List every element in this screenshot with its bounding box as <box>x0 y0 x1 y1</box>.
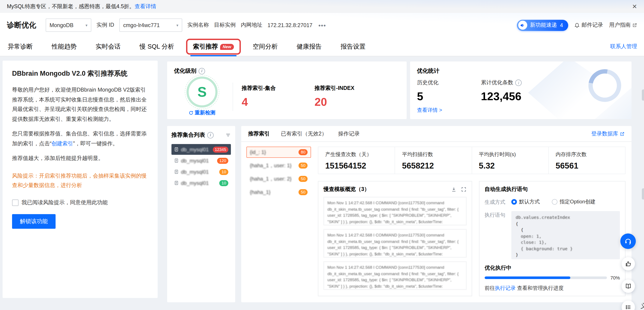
metric-label: 推荐索引-INDEX <box>314 85 354 92</box>
book-icon <box>625 283 632 289</box>
index-item[interactable]: {haha_1，user: 2} 50 <box>246 173 311 184</box>
index-detail-card: 推荐索引 已有索引（无效2） 操作记录 登录数据库 {id_: 1} 80 {h… <box>241 126 632 302</box>
new-features-count: 4 <box>560 22 563 28</box>
code-line: open: 1, <box>516 233 616 239</box>
download-icon[interactable] <box>451 187 456 192</box>
tab-index-recommendation[interactable]: 索引推荐 New <box>184 37 243 56</box>
metric-label: 内存排序次数 <box>556 151 625 158</box>
agree-checkbox[interactable] <box>12 199 18 206</box>
collection-list-card: 推荐集合列表 i db_mysql01 12345 db_mysql01 120 <box>167 126 235 302</box>
promo-detail-link[interactable]: 查看详情 <box>134 3 156 10</box>
db-type-select[interactable]: MongoDB ▾ <box>46 18 91 32</box>
edge-scroll-handle[interactable] <box>642 188 644 199</box>
document-icon <box>174 147 179 152</box>
intro-title: DBbrain Mongodb V2.0 索引推荐系统 <box>12 69 148 78</box>
more-icon[interactable]: ••• <box>318 22 326 29</box>
metric-value: 5658212 <box>402 161 472 171</box>
index-item[interactable]: {id_: 1} 80 <box>246 147 311 158</box>
intro-paragraph-2: 您只需要根据推荐值、集合信息、索引信息，选择需要添加的索引，点击“创建索引”，即… <box>12 129 148 148</box>
tab-label: 索引推荐 <box>193 43 218 51</box>
index-item[interactable]: {haha_1} 50 <box>246 187 311 198</box>
tab-report-settings[interactable]: 报告设置 <box>331 37 375 56</box>
tab-slow-sql[interactable]: 慢 SQL 分析 <box>130 37 184 56</box>
collection-name: db_mysql01 <box>181 147 209 153</box>
tab-label: 健康报告 <box>296 43 322 51</box>
code-line: db.values.createIndex <box>516 215 616 221</box>
edge-scroll-handle[interactable] <box>642 89 644 101</box>
metric-value: 20 <box>314 95 354 109</box>
metric-value: 56561 <box>556 161 625 171</box>
radio-default-method[interactable]: 默认方式 <box>511 198 540 205</box>
metrics-row: 产生慢查次数（天） 151564152 平均扫描行数 5658212 平均执行时… <box>318 147 626 174</box>
tab-space-analysis[interactable]: 空间分析 <box>243 37 287 56</box>
user-guide-button[interactable]: 用户指南 <box>609 21 637 29</box>
document-icon <box>174 180 179 185</box>
intro-p2-post: ”，即可一键操作。 <box>73 140 118 147</box>
mail-records-button[interactable]: 邮件记录 <box>574 21 603 29</box>
close-icon[interactable]: ✕ <box>632 3 637 9</box>
create-index-link[interactable]: 创建索引 <box>52 140 73 147</box>
login-database-link[interactable]: 登录数据库 <box>591 130 624 137</box>
filter-icon[interactable] <box>225 132 231 138</box>
tab-label: 报告设置 <box>340 43 366 51</box>
header-actions: 新功能速递 4 邮件记录 用户指南 <box>517 19 637 31</box>
index-name: {haha_1} <box>250 189 270 195</box>
collection-name: db_mysql01 <box>181 157 209 163</box>
page-header: 诊断优化 MongoDB ▾ 实例 ID cmgo-lr4wc771 ▾ 实例名… <box>0 13 644 37</box>
index-item[interactable]: {haha_1，user: 1} 50 <box>246 160 311 171</box>
fullscreen-icon[interactable] <box>461 187 466 192</box>
db-type-value: MongoDB <box>50 22 74 28</box>
slow-template[interactable]: Mon Nov 1 14:27:42.568 I COMMAND [conn11… <box>324 229 466 258</box>
megaphone-icon <box>518 21 527 30</box>
tab-operation-records[interactable]: 操作记录 <box>338 130 360 137</box>
stats-detail-link[interactable]: 查看详情 > <box>417 107 442 114</box>
metric-scan-rows: 平均扫描行数 5658212 <box>395 147 472 174</box>
new-features-button[interactable]: 新功能速递 4 <box>517 19 568 31</box>
bell-icon <box>574 22 580 28</box>
grade-badge: S <box>186 77 218 108</box>
info-icon[interactable]: i <box>198 68 205 74</box>
info-icon[interactable]: i <box>516 80 522 86</box>
exec-records-link[interactable]: 执行记录 <box>495 285 516 291</box>
tab-recommended-index[interactable]: 推荐索引 <box>248 130 270 137</box>
info-icon[interactable]: i <box>207 132 214 138</box>
slow-template[interactable]: Mon Nov 1 14:27:42.568 I COMMAND [conn11… <box>324 197 466 225</box>
radio-label: 默认方式 <box>519 198 540 205</box>
footer-post: 查看和管理执行进度 <box>516 285 564 291</box>
support-button[interactable] <box>620 233 636 249</box>
promo-banner: MySQL特惠专区，不限新老，感恩特惠，最低4.5折。 查看详情 ✕ <box>0 0 644 13</box>
tab-abnormal-diagnosis[interactable]: 异常诊断 <box>7 37 42 56</box>
statement-code[interactable]: db.values.createIndex{ { open: 1, close:… <box>511 211 620 259</box>
contact-management-link[interactable]: 联系人管理 <box>610 43 637 50</box>
total-value: 123,456 <box>481 90 522 103</box>
tab-realtime-session[interactable]: 实时会话 <box>86 37 130 56</box>
docs-button[interactable] <box>622 280 635 293</box>
diagnosis-optimization-page: MySQL特惠专区，不限新老，感恩特惠，最低4.5折。 查看详情 ✕ 诊断优化 … <box>0 0 644 310</box>
collection-item[interactable]: db_mysql01 10 <box>172 177 231 188</box>
tab-existing-index[interactable]: 已有索引（无效2） <box>281 130 327 137</box>
metric-label: 推荐索引-集合 <box>242 85 276 92</box>
count-badge: 120 <box>217 157 228 163</box>
optimization-level-card: 优化级别 i S 重新检测 推荐索引-集合 <box>167 61 407 119</box>
collection-item[interactable]: db_mysql01 10 <box>172 166 231 177</box>
progress-bar <box>484 277 607 279</box>
instance-id-value: cmgo-lr4wc771 <box>123 22 160 28</box>
content-area: DBbrain Mongodb V2.0 索引推荐系统 尊敬的用户您好，欢迎使用… <box>0 56 644 310</box>
risk-warning: 风险提示：开启索引推荐功能后，会抽样采集该实例的慢查和少量数据信息，进行分析 <box>12 171 148 190</box>
statement-label: 执行语句 <box>484 211 507 219</box>
slow-template-panel: 慢查模板概览（3） Mon Nov 1 14:27:42.568 I COMMA… <box>318 181 472 296</box>
slow-template[interactable]: Mon Nov 1 14:27:42.568 I COMMAND [conn11… <box>324 261 466 290</box>
feedback-button[interactable] <box>622 257 635 271</box>
collection-item[interactable]: db_mysql01 120 <box>172 155 231 166</box>
tab-performance-trend[interactable]: 性能趋势 <box>42 37 86 56</box>
recheck-link[interactable]: 重新检测 <box>189 109 216 117</box>
instance-select[interactable]: cmgo-lr4wc771 ▾ <box>119 18 182 32</box>
unlock-button[interactable]: 解锁该功能 <box>12 214 56 229</box>
tab-health-report[interactable]: 健康报告 <box>287 37 331 56</box>
agree-label: 我已阅读风险提示，同意使用此功能 <box>22 199 108 206</box>
history-value: 5 <box>417 90 442 103</box>
radio-option-create[interactable]: 指定Option创建 <box>552 198 596 205</box>
collection-item[interactable]: db_mysql01 12345 <box>172 144 231 155</box>
count-badge: 10 <box>220 180 228 186</box>
count-badge: 12345 <box>212 147 228 153</box>
